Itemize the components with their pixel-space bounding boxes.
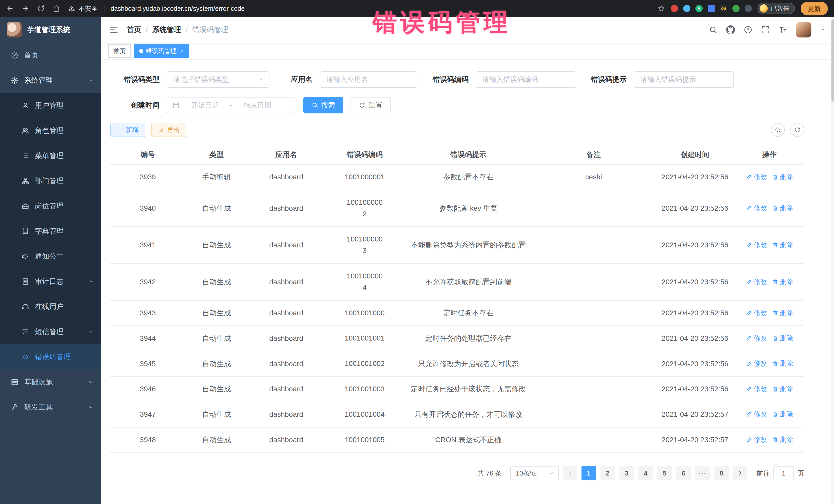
github-icon[interactable] <box>726 25 735 34</box>
app-name-input[interactable] <box>320 71 417 88</box>
url-text[interactable]: dashboard.yudao.iocoder.cn/system/error-… <box>111 5 245 12</box>
error-code-input[interactable] <box>476 71 576 88</box>
delete-link[interactable]: 删除 <box>772 203 793 213</box>
cell-id: 3940 <box>110 190 185 227</box>
browser-back-icon[interactable] <box>6 5 14 12</box>
export-button[interactable]: 导出 <box>151 123 186 137</box>
pager-page-4[interactable]: 4 <box>638 466 653 480</box>
red-dot-extension-icon[interactable] <box>671 5 678 12</box>
avatar-caret-down-icon[interactable] <box>820 27 826 32</box>
end-date-input[interactable] <box>235 101 280 109</box>
error-msg-input[interactable] <box>634 71 734 88</box>
browser-update-button[interactable]: 更新 <box>800 2 828 15</box>
address-bar[interactable]: 不安全 dashboard.yudao.iocoder.cn/system/er… <box>68 4 652 13</box>
breadcrumb-item[interactable]: 首页 <box>127 25 141 35</box>
sidebar-item-post[interactable]: 岗位管理 <box>0 194 101 219</box>
sidebar-item-menu[interactable]: 菜单管理 <box>0 143 101 168</box>
breadcrumb-item[interactable]: 系统管理 <box>152 25 181 35</box>
edit-link[interactable]: 修改 <box>746 410 767 419</box>
browser-reload-icon[interactable] <box>37 5 45 12</box>
pager-page-5[interactable]: 5 <box>657 466 672 480</box>
column-header: 备注 <box>532 145 655 165</box>
tab-error-code[interactable]: 错误码管理 <box>134 44 190 58</box>
search-button[interactable]: 搜索 <box>303 97 343 113</box>
page-size-select[interactable]: 10条/页 <box>510 466 559 480</box>
on-badge-extension-icon[interactable]: on <box>720 5 727 12</box>
delete-link[interactable]: 删除 <box>772 435 793 444</box>
refresh-table-button[interactable] <box>790 123 804 137</box>
scrollbar-thumb[interactable] <box>831 20 834 102</box>
refresh-icon <box>794 127 800 133</box>
pager-page-8[interactable]: 8 <box>715 466 729 480</box>
edit-link[interactable]: 修改 <box>746 240 767 249</box>
edit-link[interactable]: 修改 <box>746 435 767 444</box>
sidebar-item-system[interactable]: 系统管理 <box>0 68 101 93</box>
font-size-icon[interactable] <box>778 25 787 34</box>
blue-drop-extension-icon[interactable] <box>683 5 690 12</box>
sidebar-item-role[interactable]: 角色管理 <box>0 118 101 143</box>
sidebar-item-devtools[interactable]: 研发工具 <box>0 395 101 420</box>
sidebar-item-notice[interactable]: 通知公告 <box>0 244 101 269</box>
app-logo[interactable]: 芋道管理系统 <box>0 17 101 43</box>
pager-page-2[interactable]: 2 <box>600 466 615 480</box>
sidebar-item-infra[interactable]: 基础设施 <box>0 370 101 395</box>
header-search-icon[interactable] <box>709 25 718 34</box>
error-type-select[interactable]: 请选择错误码类型 <box>167 71 269 88</box>
vue-devtools-extension-icon[interactable]: V <box>696 5 703 12</box>
bookmark-star-icon[interactable] <box>657 5 665 12</box>
help-question-icon[interactable] <box>744 25 752 34</box>
pager-page-1[interactable]: 1 <box>581 466 596 480</box>
delete-link[interactable]: 删除 <box>772 308 793 317</box>
goto-page-input[interactable] <box>773 466 794 480</box>
edit-link[interactable]: 修改 <box>746 385 767 393</box>
cell-code: 1001001000 <box>325 301 405 326</box>
edit-link[interactable]: 修改 <box>746 359 767 368</box>
tab-label: 首页 <box>113 47 126 55</box>
sidebar-item-audit-log[interactable]: 审计日志 <box>0 269 101 294</box>
reset-button[interactable]: 重置 <box>351 97 391 113</box>
cell-remark <box>532 326 655 351</box>
browser-forward-icon[interactable] <box>22 5 29 12</box>
delete-link[interactable]: 删除 <box>772 172 793 181</box>
sidebar-toggle-icon[interactable] <box>109 25 118 35</box>
edit-link[interactable]: 修改 <box>746 278 767 286</box>
tab-close-icon[interactable] <box>179 48 184 53</box>
sidebar-item-sms[interactable]: 短信管理 <box>0 319 101 344</box>
blue-grid-extension-icon[interactable] <box>708 5 715 12</box>
fullscreen-icon[interactable] <box>761 25 770 34</box>
dark-pin-extension-icon[interactable] <box>745 5 752 12</box>
delete-link[interactable]: 删除 <box>772 359 793 368</box>
add-button[interactable]: 新增 <box>110 123 145 137</box>
date-range-picker[interactable]: - <box>167 97 295 113</box>
delete-link[interactable]: 删除 <box>772 240 793 249</box>
sidebar-item-dept[interactable]: 部门管理 <box>0 168 101 194</box>
paused-extension-pill[interactable]: 已暂停 <box>758 3 795 14</box>
pager-page-6[interactable]: 6 <box>676 466 691 480</box>
edit-link[interactable]: 修改 <box>746 172 767 181</box>
cell-id: 3945 <box>110 351 185 376</box>
sidebar-item-online-user[interactable]: 在线用户 <box>0 294 101 319</box>
edit-link[interactable]: 修改 <box>746 203 767 213</box>
pager-prev-button[interactable] <box>563 466 577 480</box>
sidebar-item-home[interactable]: 首页 <box>0 43 101 68</box>
security-label[interactable]: 不安全 <box>79 4 98 13</box>
user-avatar[interactable] <box>796 22 811 38</box>
sidebar-item-dict[interactable]: 字典管理 <box>0 219 101 244</box>
pager-page-3[interactable]: 3 <box>619 466 634 480</box>
delete-link[interactable]: 删除 <box>772 334 793 343</box>
edit-link[interactable]: 修改 <box>746 334 767 343</box>
green-dot-extension-icon[interactable] <box>732 5 740 12</box>
delete-link[interactable]: 删除 <box>772 385 793 393</box>
delete-link[interactable]: 删除 <box>772 278 793 286</box>
toggle-search-button[interactable] <box>771 123 785 137</box>
page-scrollbar[interactable] <box>831 17 834 504</box>
pager-ellipsis[interactable]: ··· <box>696 466 710 480</box>
tab-home[interactable]: 首页 <box>108 44 131 58</box>
start-date-input[interactable] <box>183 101 227 109</box>
edit-link[interactable]: 修改 <box>746 308 767 317</box>
pager-next-button[interactable] <box>733 466 747 480</box>
browser-home-icon[interactable] <box>52 5 60 12</box>
sidebar-item-user[interactable]: 用户管理 <box>0 93 101 118</box>
sidebar-item-error-code[interactable]: 错误码管理 <box>0 344 101 370</box>
delete-link[interactable]: 删除 <box>772 410 793 419</box>
